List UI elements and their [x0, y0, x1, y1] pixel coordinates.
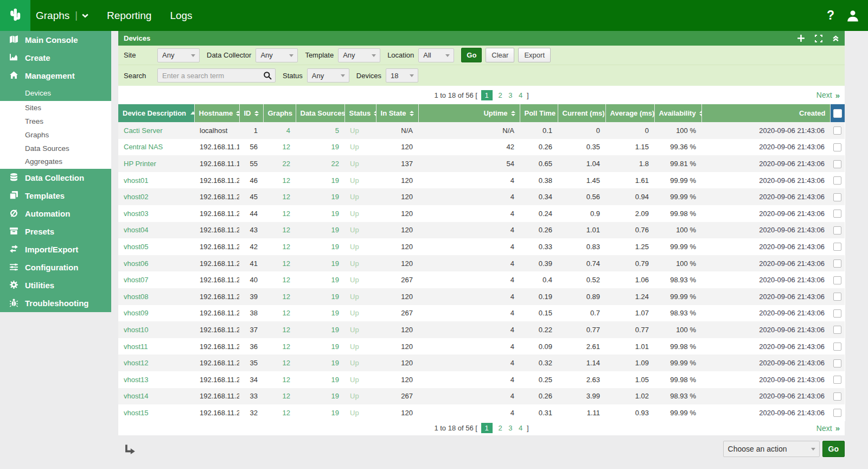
table-row[interactable]: vhost11 192.168.11.211 36 12 19 Up 120 4…: [118, 338, 845, 355]
column-header-availability[interactable]: Availability: [654, 104, 701, 122]
device-link[interactable]: Central NAS: [124, 143, 163, 151]
column-header-hostname[interactable]: Hostname: [194, 104, 239, 122]
table-row[interactable]: vhost02 192.168.11.202 45 12 19 Up 120 4…: [118, 188, 845, 205]
sidebar-item-configuration[interactable]: Configuration: [0, 258, 111, 276]
action-go-button[interactable]: Go: [822, 441, 845, 457]
status-select[interactable]: Any: [307, 68, 349, 83]
page-link-2[interactable]: 2: [498, 91, 502, 99]
row-checkbox[interactable]: [833, 326, 841, 334]
collapse-panel-icon[interactable]: [832, 35, 839, 42]
row-checkbox[interactable]: [833, 309, 841, 318]
site-select[interactable]: Any: [157, 48, 200, 62]
cacti-logo[interactable]: [0, 0, 30, 31]
help-icon[interactable]: ?: [827, 8, 834, 23]
device-link[interactable]: vhost09: [124, 309, 149, 317]
device-link[interactable]: vhost15: [124, 409, 149, 417]
device-link[interactable]: vhost03: [124, 210, 149, 218]
sidebar-item-data-collection[interactable]: Data Collection: [0, 169, 111, 187]
user-icon[interactable]: [846, 9, 859, 22]
clear-button[interactable]: Clear: [486, 48, 514, 62]
table-row[interactable]: vhost12 192.168.11.212 35 12 19 Up 120 4…: [118, 354, 845, 371]
row-checkbox[interactable]: [833, 276, 841, 284]
sidebar-item-sites[interactable]: Sites: [0, 101, 111, 115]
tab-reporting[interactable]: Reporting: [107, 10, 151, 22]
row-checkbox[interactable]: [833, 226, 841, 234]
row-checkbox[interactable]: [833, 160, 841, 168]
row-checkbox[interactable]: [833, 243, 841, 251]
sidebar-item-create[interactable]: Create: [0, 49, 111, 67]
device-link[interactable]: vhost13: [124, 376, 149, 384]
column-header-status[interactable]: Status: [344, 104, 376, 122]
page-link-3[interactable]: 3: [508, 91, 512, 99]
row-checkbox[interactable]: [833, 210, 841, 218]
sidebar-item-troubleshooting[interactable]: Troubleshooting: [0, 294, 111, 312]
device-link[interactable]: vhost05: [124, 243, 149, 251]
column-header-poll-time[interactable]: Poll Time: [520, 104, 558, 122]
row-checkbox[interactable]: [833, 259, 841, 268]
table-row[interactable]: vhost05 192.168.11.205 42 12 19 Up 120 4…: [118, 238, 845, 255]
sidebar-item-devices-active[interactable]: Devices: [0, 85, 111, 101]
device-link[interactable]: vhost02: [124, 193, 149, 201]
column-header-created[interactable]: Created: [701, 104, 830, 122]
row-checkbox[interactable]: [833, 126, 841, 135]
table-row[interactable]: Cacti Server localhost 1 4 5 Up N/A N/A …: [118, 122, 845, 139]
search-input[interactable]: [157, 68, 276, 83]
column-header-data-sources[interactable]: Data Sources: [296, 104, 344, 122]
row-checkbox[interactable]: [833, 176, 841, 185]
device-link[interactable]: vhost01: [124, 176, 149, 185]
fullscreen-icon[interactable]: [815, 35, 822, 42]
table-row[interactable]: vhost08 192.168.11.208 39 12 19 Up 120 4…: [118, 288, 845, 305]
device-link[interactable]: vhost12: [124, 359, 149, 367]
column-header-id[interactable]: ID: [239, 104, 263, 122]
sidebar-item-management[interactable]: Management: [0, 67, 111, 85]
table-row[interactable]: vhost04 192.168.11.204 43 12 19 Up 120 4…: [118, 222, 845, 239]
table-row[interactable]: HP Printer 192.168.11.174 55 22 22 Up 13…: [118, 155, 845, 172]
sidebar-item-templates[interactable]: Templates: [0, 187, 111, 205]
filter-go-button[interactable]: Go: [461, 48, 482, 62]
row-checkbox[interactable]: [833, 343, 841, 351]
column-header-device-description[interactable]: Device Description: [118, 104, 194, 122]
device-link[interactable]: vhost04: [124, 226, 149, 234]
sidebar-item-data-sources[interactable]: Data Sources: [0, 142, 111, 155]
device-link[interactable]: vhost14: [124, 392, 149, 400]
sidebar-item-main-console[interactable]: Main Console: [0, 31, 111, 49]
row-checkbox[interactable]: [833, 392, 841, 401]
table-row[interactable]: vhost09 192.168.11.209 38 12 19 Up 267 4…: [118, 305, 845, 322]
column-header-uptime[interactable]: Uptime: [418, 104, 520, 122]
select-all-checkbox[interactable]: [833, 109, 842, 118]
column-header-average-ms[interactable]: Average (ms): [605, 104, 654, 122]
tab-logs[interactable]: Logs: [170, 10, 192, 22]
chevron-down-icon[interactable]: [82, 14, 88, 18]
export-button[interactable]: Export: [518, 48, 551, 62]
sidebar-item-aggregates[interactable]: Aggregates: [0, 155, 111, 169]
location-select[interactable]: All: [418, 48, 454, 62]
table-row[interactable]: Central NAS 192.168.11.105 56 12 19 Up 1…: [118, 139, 845, 156]
table-row[interactable]: vhost14 192.168.11.214 33 12 19 Up 267 4…: [118, 388, 845, 405]
search-icon[interactable]: [263, 71, 272, 82]
page-link-4[interactable]: 4: [519, 424, 522, 432]
next-page-link[interactable]: Next»: [816, 423, 839, 433]
row-checkbox[interactable]: [833, 359, 841, 367]
tab-graphs[interactable]: Graphs |: [36, 10, 88, 22]
add-device-icon[interactable]: [797, 34, 805, 42]
page-link-3[interactable]: 3: [508, 424, 512, 432]
row-checkbox[interactable]: [833, 409, 841, 417]
column-header-in-state[interactable]: In State: [376, 104, 418, 122]
page-current[interactable]: 1: [481, 423, 493, 433]
device-link[interactable]: vhost08: [124, 293, 149, 301]
row-checkbox[interactable]: [833, 376, 841, 384]
table-row[interactable]: vhost03 192.168.11.203 44 12 19 Up 120 4…: [118, 205, 845, 222]
row-checkbox[interactable]: [833, 293, 841, 301]
device-link[interactable]: vhost11: [124, 343, 148, 351]
template-select[interactable]: Any: [338, 48, 380, 62]
device-link[interactable]: Cacti Server: [124, 126, 163, 135]
table-row[interactable]: vhost06 192.168.11.206 41 12 19 Up 120 4…: [118, 255, 845, 272]
device-link[interactable]: vhost06: [124, 259, 149, 268]
device-link[interactable]: vhost10: [124, 326, 149, 334]
device-link[interactable]: vhost07: [124, 276, 149, 284]
table-row[interactable]: vhost15 192.168.11.215 32 12 19 Up 120 4…: [118, 404, 845, 421]
sidebar-item-utilities[interactable]: Utilities: [0, 276, 111, 294]
next-page-link[interactable]: Next»: [816, 91, 839, 100]
column-header-graphs[interactable]: Graphs: [263, 104, 296, 122]
sidebar-item-presets[interactable]: Presets: [0, 223, 111, 240]
